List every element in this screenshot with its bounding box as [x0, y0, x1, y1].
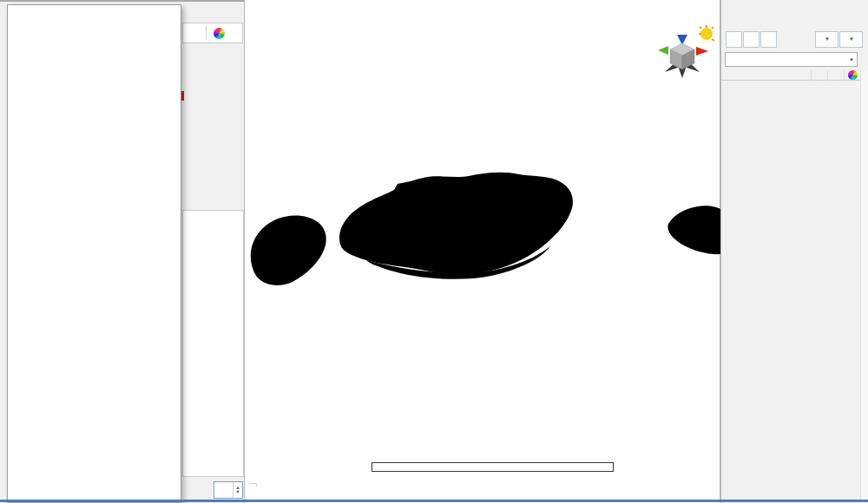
surface-count-spinner[interactable]: ▲▼: [214, 481, 243, 499]
create-solid-menu: [7, 4, 181, 503]
layer-preset-select[interactable]: ▼: [725, 52, 858, 67]
render-column-header[interactable]: [827, 70, 844, 81]
3d-viewport[interactable]: [245, 0, 720, 503]
layers-scrollbar[interactable]: [860, 70, 868, 500]
spinner-value: [214, 482, 233, 498]
sort-layers-button[interactable]: ▼: [815, 31, 838, 48]
dialog-list-box[interactable]: [182, 210, 244, 477]
scale-bar-labels: [372, 453, 614, 461]
chevron-down-icon: ▼: [849, 36, 854, 42]
layer-options-button[interactable]: ▼: [839, 31, 863, 48]
layers-column-headers: [721, 70, 860, 81]
solid-right: [667, 206, 720, 254]
divider: [206, 26, 207, 40]
window-bottom-edge: [0, 500, 868, 502]
add-layer-button[interactable]: [726, 31, 742, 48]
color-column-header[interactable]: [844, 70, 860, 81]
view-orientation-cube[interactable]: [656, 24, 719, 82]
color-wheel-icon[interactable]: [214, 28, 225, 39]
delete-layer-button[interactable]: [760, 31, 777, 48]
visibility-column-header[interactable]: [811, 70, 827, 81]
new-folder-button[interactable]: [743, 31, 760, 48]
spinner-arrows[interactable]: ▲▼: [233, 482, 242, 498]
layers-toolbar: ▼ ▼: [726, 30, 864, 48]
coordinates-status: [249, 483, 257, 487]
scale-bar: [372, 453, 614, 472]
chevron-down-icon: ▼: [849, 57, 854, 62]
chevron-down-icon: ▼: [825, 36, 830, 42]
layers-panel: ▼ ▼ ▼: [720, 0, 868, 503]
red-solid-meshes: [245, 0, 720, 503]
dialog-toolbar: [182, 23, 243, 43]
sun-icon: [700, 28, 713, 40]
solid-left: [251, 215, 326, 285]
